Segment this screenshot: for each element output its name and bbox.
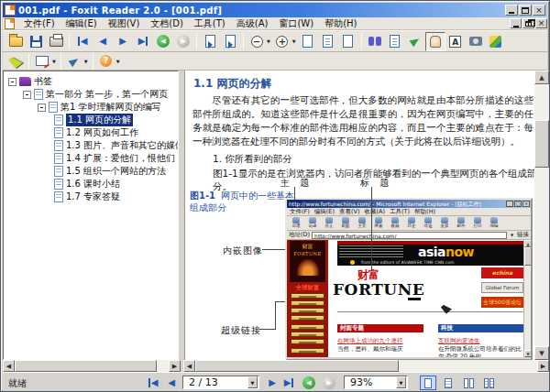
collapse-icon[interactable] <box>8 78 16 86</box>
bookmarks-horizontal-scrollbar[interactable]: ◀ ▶ <box>3 360 181 372</box>
bookmark-label[interactable]: 1.4 扩展：爱他们，恨他们 <box>66 152 175 165</box>
scroll-down-button[interactable]: ▼ <box>534 346 549 360</box>
scroll-right-button[interactable]: ▶ <box>537 360 549 372</box>
select-text-button[interactable]: A <box>446 32 466 51</box>
bookmark-item[interactable]: 1.5 组织一个网站的方法 <box>54 165 166 178</box>
history-back-button[interactable]: ◀ <box>302 376 316 389</box>
scroll-right-button[interactable]: ▶ <box>169 360 181 372</box>
vertical-scroll-thumb[interactable] <box>534 120 549 168</box>
actual-size-button[interactable] <box>298 32 318 51</box>
menu-help[interactable]: 帮助(H) <box>319 16 362 31</box>
bookmark-label[interactable]: 第1 学时理解网页的编写 <box>60 101 161 114</box>
zoom-value[interactable]: 93% <box>345 376 396 388</box>
bookmark-item[interactable]: 1.7 专家答疑 <box>54 191 120 203</box>
open-button[interactable] <box>6 32 26 51</box>
zoom-out-dropdown[interactable]: ▼ <box>267 38 270 44</box>
go-forward-button[interactable]: ▶ <box>173 32 193 51</box>
first-page-button[interactable]: ◀ <box>72 32 93 51</box>
snapshot-button[interactable] <box>466 32 486 51</box>
child-close-button[interactable]: × <box>535 18 547 28</box>
page-number-combobox[interactable]: 2 / 13 ▼ <box>182 376 259 389</box>
menu-advanced[interactable]: 高级(A) <box>231 16 274 31</box>
find-button[interactable] <box>365 32 385 51</box>
continuous-facing-layout-button[interactable] <box>480 376 497 390</box>
zoom-combobox[interactable]: 93% ▼ <box>344 376 408 389</box>
vertical-scrollbar[interactable]: ▲ ▼ <box>534 71 549 360</box>
bookmark-item-selected[interactable]: 1.1 网页的分解 <box>54 114 133 126</box>
menu-document[interactable]: 文档(D) <box>145 16 189 31</box>
facing-layout-button[interactable] <box>460 376 477 390</box>
next-page-button[interactable]: ▶ <box>113 32 133 51</box>
minimize-button[interactable] <box>505 5 518 16</box>
bookmark-label[interactable]: 1.1 网页的分解 <box>66 114 133 126</box>
help-dropdown[interactable]: ▼ <box>116 59 120 64</box>
single-page-layout-button[interactable] <box>420 376 436 390</box>
scroll-left-button[interactable]: ◀ <box>183 360 195 372</box>
bookmark-item[interactable]: 第1 学时理解网页的编写 <box>38 101 161 114</box>
first-page-button[interactable]: ◀ <box>146 376 160 389</box>
menu-view[interactable]: 视图(V) <box>103 16 146 31</box>
select-annotation-button[interactable] <box>6 53 26 70</box>
menu-window[interactable]: 窗口(W) <box>273 16 319 31</box>
last-page-button[interactable]: ▶ <box>281 376 296 389</box>
next-view-button[interactable] <box>220 32 240 51</box>
bookmark-item[interactable]: 1.2 网页如何工作 <box>54 126 138 139</box>
prev-page-button[interactable]: ◀ <box>93 32 113 51</box>
note-tool-button[interactable] <box>32 53 52 70</box>
bookmark-label[interactable]: 书签 <box>34 75 52 88</box>
bookmark-item[interactable]: 1.3 图片、声音和其它的媒体 <box>54 139 179 152</box>
bookmark-item[interactable]: 第一部分 第一步，第一个网页 <box>23 88 168 101</box>
prev-view-button[interactable] <box>200 32 220 51</box>
menu-file[interactable]: 文件(F) <box>18 16 60 31</box>
bookmark-label[interactable]: 1.2 网页如何工作 <box>66 126 138 139</box>
zoom-in-dropdown[interactable]: ▼ <box>292 38 296 44</box>
clean-button[interactable] <box>486 32 506 51</box>
close-button[interactable]: × <box>533 5 545 16</box>
scroll-up-button[interactable]: ▲ <box>534 71 549 84</box>
child-minimize-button[interactable] <box>510 18 522 28</box>
drawing-tool-button[interactable] <box>64 53 84 70</box>
text-viewer-button[interactable] <box>385 32 405 51</box>
drawing-tool-dropdown[interactable]: ▼ <box>84 59 88 64</box>
document-icon[interactable] <box>5 18 15 29</box>
maximize-button[interactable] <box>519 5 532 16</box>
horizontal-scroll-thumb[interactable] <box>15 360 157 372</box>
scroll-left-button[interactable]: ◀ <box>3 360 15 372</box>
document-horizontal-scrollbar[interactable]: ◀ ▶ <box>183 360 549 372</box>
zoom-dropdown[interactable]: ▼ <box>396 376 406 388</box>
bookmark-label[interactable]: 1.6 课时小结 <box>66 178 120 191</box>
horizontal-scroll-thumb[interactable] <box>195 360 399 372</box>
menu-tools[interactable]: 工具(T) <box>189 16 231 31</box>
status-bar: 就绪 ◀ ◀ 2 / 13 ▼ ▶ ▶ ◀ ▶ 93% ▼ <box>3 372 549 391</box>
hand-tool-button[interactable] <box>425 32 446 51</box>
zoom-in-button[interactable]: + <box>272 32 292 51</box>
menu-edit[interactable]: 编辑(E) <box>60 16 103 31</box>
prev-page-button[interactable]: ◀ <box>164 376 179 389</box>
collapse-icon[interactable] <box>38 103 46 112</box>
child-restore-button[interactable] <box>522 18 534 28</box>
collapse-icon[interactable] <box>23 91 31 99</box>
bookmark-label[interactable]: 第一部分 第一步，第一个网页 <box>46 88 168 101</box>
bookmark-label[interactable]: 1.7 专家答疑 <box>66 191 120 203</box>
loupe-button[interactable] <box>405 32 425 51</box>
bookmark-item[interactable]: 1.6 课时小结 <box>54 178 120 191</box>
help-button[interactable]: ? <box>96 53 116 70</box>
page-number-value[interactable]: 2 / 13 <box>183 376 248 388</box>
fortune-cover-image: 财富 FORTUNE <box>290 241 325 282</box>
note-tool-dropdown[interactable]: ▼ <box>52 59 56 64</box>
history-forward-button[interactable]: ▶ <box>322 376 336 389</box>
page-dropdown[interactable]: ▼ <box>248 376 258 388</box>
bookmark-root[interactable]: 书签 <box>8 75 52 88</box>
save-button[interactable] <box>26 32 46 51</box>
go-back-button[interactable]: ◀ <box>153 32 173 51</box>
bookmark-label[interactable]: 1.5 组织一个网站的方法 <box>66 165 166 178</box>
zoom-out-button[interactable]: − <box>247 32 267 51</box>
last-page-button[interactable]: ▶ <box>133 32 153 51</box>
bookmark-item[interactable]: 1.4 扩展：爱他们，恨他们 <box>54 152 175 165</box>
fit-page-button[interactable] <box>338 32 358 51</box>
fit-width-button[interactable] <box>318 32 338 51</box>
continuous-layout-button[interactable] <box>440 376 456 390</box>
next-page-button[interactable]: ▶ <box>265 376 280 389</box>
print-button[interactable] <box>46 32 66 51</box>
bookmark-label[interactable]: 1.3 图片、声音和其它的媒体 <box>66 139 179 152</box>
